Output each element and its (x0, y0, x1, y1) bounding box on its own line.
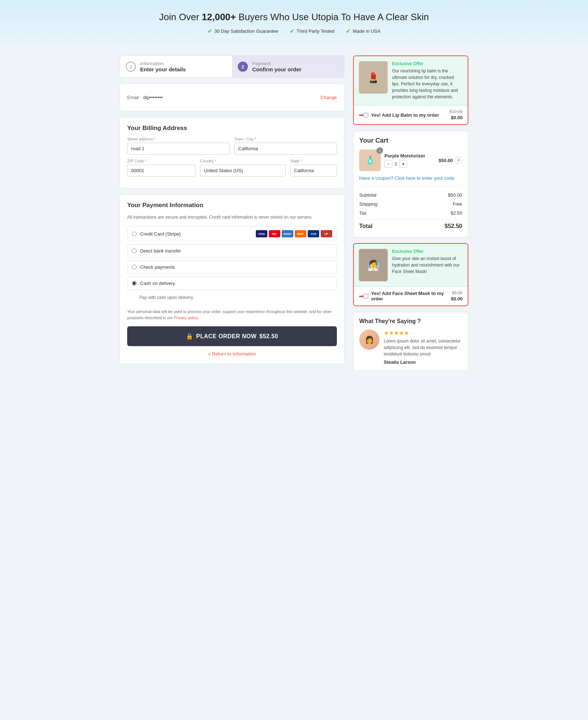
email-card: Email dip•••••••• Change (120, 84, 344, 111)
return-link[interactable]: « Return to Information (127, 351, 337, 357)
offer-2-emoji: 🧖 (359, 249, 388, 281)
city-input[interactable] (234, 143, 337, 155)
cart-item-1-badge: 1 (377, 147, 383, 154)
reviewer-emoji-1: 👩 (365, 335, 374, 344)
state-select[interactable]: California New York Texas Florida (290, 165, 337, 176)
review-1-content: ★★★★★ Lorem ipsum dolor sit amet, consec… (384, 330, 462, 365)
billing-title: Your Billing Address (127, 125, 337, 132)
payment-option-cc[interactable]: Credit Card (Stripe) VISA MC AMEX DISC J… (127, 226, 337, 241)
state-group: State * California New York Texas Florid… (290, 159, 337, 176)
payment-radio-cod[interactable] (132, 281, 137, 286)
offer-1-price: $10.00 $0.00 (449, 109, 463, 121)
offer-2-top: 🧖 Exclusive Offer Give your skin an inst… (354, 244, 468, 287)
steps-bar: 1 Information Enter your details 2 Payme… (120, 55, 344, 78)
offer-2-checkbox[interactable] (364, 294, 368, 299)
check-icon-1: ✔ (208, 28, 212, 35)
offer-1-checkbox[interactable] (364, 113, 368, 117)
trust-badge-2: ✔ Third Party Tested (290, 28, 334, 35)
cart-item-1-details: Purple Moisturizer - 1 + (384, 153, 435, 168)
step-1-circle: 1 (126, 62, 136, 72)
payment-title: Your Payment Information (127, 202, 337, 209)
qty-controls: - 1 + (384, 160, 435, 168)
total-label: Total (359, 223, 373, 229)
card-icons: VISA MC AMEX DISC JCB UP (256, 230, 332, 237)
country-group: Country * United States (US) Canada Unit… (200, 159, 286, 176)
payment-option-cod[interactable]: Cash on delivery (127, 277, 337, 290)
qty-value: 1 (395, 161, 397, 166)
reviews-title: What They're Saying ? (359, 318, 462, 325)
qty-decrease-button[interactable]: - (384, 160, 392, 168)
payment-label-cod: Cash on delivery (140, 281, 332, 286)
offer-2-cta[interactable]: Yes! Add Face Sheet Mask to my order (364, 291, 451, 301)
payment-label-cc: Credit Card (Stripe) (140, 231, 251, 237)
place-order-label: PLACE ORDER NOW (196, 333, 257, 340)
payment-radio-bank[interactable] (132, 249, 137, 253)
offer-1-top: 💄 Exclusive Offer Our nourishing lip bal… (354, 56, 468, 106)
tax-value: $2.50 (450, 210, 462, 216)
offer-1-content: Exclusive Offer Our nourishing lip balm … (392, 61, 463, 100)
country-select[interactable]: United States (US) Canada United Kingdom (200, 165, 286, 176)
remove-item-button[interactable]: ✕ (455, 157, 462, 164)
place-order-button[interactable]: 🔒 PLACE ORDER NOW $52.50 (127, 326, 337, 346)
review-1-stars: ★★★★★ (384, 330, 462, 336)
step-2-subtitle: Confirm your order (252, 66, 302, 72)
badge-3-text: Made in USA (353, 28, 380, 34)
subtotal-row: Subtotal $50.00 (359, 191, 462, 200)
left-column: 1 Information Enter your details 2 Payme… (120, 55, 344, 370)
discover-icon: DISC (295, 230, 306, 237)
jcb-icon: JCB (308, 230, 319, 237)
billing-card: Your Billing Address Street address * To… (120, 117, 344, 188)
privacy-link[interactable]: Privacy policy. (174, 316, 199, 320)
offer-2-original-price: $5.00 (451, 290, 463, 295)
street-input[interactable] (127, 143, 230, 155)
offer-2-image: 🧖 (359, 249, 388, 281)
hero-title-plain: Join Over (159, 12, 202, 22)
review-1: 👩 ★★★★★ Lorem ipsum dolor sit amet, cons… (359, 330, 462, 365)
total-value: $52.50 (445, 223, 462, 229)
hero-title: Join Over 12,000+ Buyers Who Use Utopia … (7, 12, 581, 23)
exclusive-offer-2: 🧖 Exclusive Offer Give your skin an inst… (353, 243, 468, 306)
cart-item-1-price: $50.00 (438, 158, 453, 163)
shipping-value: Free (453, 201, 462, 207)
badge-1-text: 30 Day Satisfaction Guarantee (214, 28, 278, 34)
trust-badge-1: ✔ 30 Day Satisfaction Guarantee (208, 28, 278, 35)
state-label: State * (290, 159, 337, 163)
city-group: Town / City * (234, 137, 337, 155)
payment-option-bank[interactable]: Direct bank transfer (127, 244, 337, 258)
change-email-link[interactable]: Change (320, 95, 337, 100)
offer-1-cta[interactable]: Yes! Add Lip Balm to my order (364, 112, 449, 118)
step-1-subtitle: Enter your details (140, 66, 186, 72)
offer-2-badge: Exclusive Offer (392, 249, 463, 254)
lock-icon: 🔒 (186, 333, 193, 340)
payment-option-check[interactable]: Check payments (127, 260, 337, 274)
offer-2-content: Exclusive Offer Give your skin an instan… (392, 249, 463, 281)
cart-item-1: 1 🧴 Purple Moisturizer - 1 + $50.00 ✕ (359, 149, 462, 171)
cart-item-1-image: 1 🧴 (359, 149, 381, 171)
offer-1-bottom: ➡ Yes! Add Lip Balm to my order $10.00 $… (354, 106, 468, 124)
badge-2-text: Third Party Tested (297, 28, 334, 34)
offer-1-desc: Our nourishing lip balm is the ultimate … (392, 68, 463, 100)
offer-2-discounted-price: $0.00 (451, 296, 463, 301)
right-column: 💄 Exclusive Offer Our nourishing lip bal… (353, 55, 468, 371)
coupon-link[interactable]: Have a coupon? Click here to enter your … (359, 175, 462, 181)
hero-title-rest: Buyers Who Use Utopia To Have A Clear Sk… (239, 12, 429, 22)
step-payment[interactable]: 2 Payment Confirm your order (232, 56, 344, 77)
unionpay-icon: UP (321, 230, 332, 237)
street-label: Street address * (127, 137, 230, 141)
zip-input[interactable] (127, 165, 196, 176)
country-label: Country * (200, 159, 286, 163)
email-row: Email dip•••••••• Change (127, 91, 337, 104)
zip-label: ZIP Code * (127, 159, 196, 163)
billing-row-1: Street address * Town / City * (127, 137, 337, 155)
hero-title-bold: 12,000+ (202, 12, 236, 22)
tax-row: Tax $2.50 (359, 209, 462, 218)
offer-1-badge: Exclusive Offer (392, 61, 463, 66)
payment-radio-check[interactable] (132, 265, 137, 269)
step-information[interactable]: 1 Information Enter your details (120, 56, 232, 77)
city-label: Town / City * (234, 137, 337, 141)
trust-badge-3: ✔ Made in USA (346, 28, 380, 35)
reviewer-1-name: Stealla Larson (384, 359, 462, 365)
qty-increase-button[interactable]: + (399, 160, 407, 168)
shipping-label: Shipping (359, 201, 378, 207)
payment-radio-cc[interactable] (132, 232, 137, 236)
